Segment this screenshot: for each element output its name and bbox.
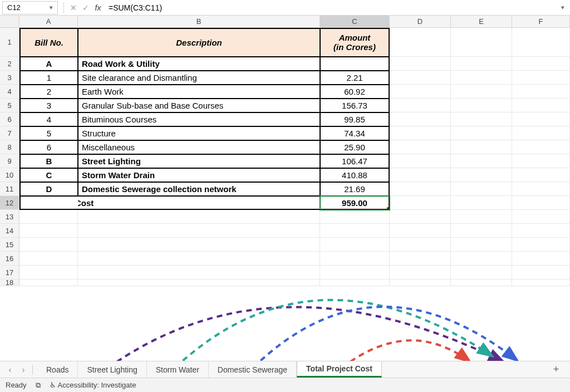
cell[interactable] (390, 280, 451, 286)
cell[interactable] (451, 85, 512, 99)
cell[interactable] (512, 252, 570, 266)
cell[interactable] (390, 266, 451, 280)
cell[interactable]: C (19, 168, 78, 182)
cell[interactable]: 25.90 (320, 140, 390, 154)
cell[interactable] (451, 280, 512, 286)
cell[interactable] (78, 224, 320, 238)
cell[interactable]: 2 (19, 85, 78, 99)
tab-prev-icon[interactable]: ‹ (4, 364, 16, 375)
cell[interactable] (512, 126, 570, 140)
cell[interactable] (320, 57, 390, 71)
cell[interactable]: D (19, 182, 78, 196)
cell[interactable]: 156.73 (320, 99, 390, 112)
formula-input[interactable] (104, 1, 556, 14)
cell[interactable] (512, 224, 570, 238)
row-header[interactable]: 1 (0, 28, 19, 57)
row-header[interactable]: 14 (0, 224, 19, 238)
row-header[interactable]: 7 (0, 126, 19, 140)
cell[interactable]: A (19, 57, 78, 71)
cell[interactable] (320, 238, 390, 252)
cell[interactable] (320, 252, 390, 266)
cell[interactable] (512, 168, 570, 182)
row-header[interactable]: 15 (0, 238, 19, 252)
cell[interactable] (320, 280, 390, 286)
cell[interactable] (19, 224, 78, 238)
row-header[interactable]: 11 (0, 182, 19, 196)
cell[interactable] (320, 210, 390, 224)
cell[interactable]: 5 (19, 126, 78, 140)
cell[interactable]: Street Lighting (78, 154, 320, 168)
cell[interactable]: 6 (19, 140, 78, 154)
expand-formula-icon[interactable]: ▾ (556, 4, 570, 11)
cell[interactable] (451, 210, 512, 224)
cell[interactable] (451, 112, 512, 126)
cell[interactable] (19, 210, 78, 224)
cancel-icon[interactable]: ✕ (67, 2, 80, 14)
cell[interactable] (451, 140, 512, 154)
cell[interactable] (390, 154, 451, 168)
cell[interactable] (19, 252, 78, 266)
row-header[interactable]: 18 (0, 280, 19, 286)
col-header-E[interactable]: E (451, 16, 512, 27)
chevron-down-icon[interactable]: ▾ (50, 4, 53, 11)
cell[interactable]: Domestic Sewerage collection network (78, 182, 320, 196)
cell[interactable] (451, 99, 512, 112)
cell[interactable] (451, 224, 512, 238)
cell[interactable] (19, 280, 78, 286)
cell[interactable] (512, 99, 570, 112)
row-header[interactable]: 13 (0, 210, 19, 224)
cell[interactable] (390, 85, 451, 99)
cell[interactable] (390, 126, 451, 140)
cell[interactable] (390, 140, 451, 154)
cell[interactable] (512, 28, 570, 57)
cell[interactable] (320, 266, 390, 280)
cell[interactable] (451, 126, 512, 140)
cell[interactable] (390, 99, 451, 112)
row-header[interactable]: 6 (0, 112, 19, 126)
cell[interactable] (451, 196, 512, 210)
cell[interactable]: 3 (19, 99, 78, 112)
cell[interactable] (451, 28, 512, 57)
row-header[interactable]: 4 (0, 85, 19, 99)
cell[interactable] (390, 112, 451, 126)
row-header[interactable]: 5 (0, 99, 19, 112)
cell[interactable] (390, 238, 451, 252)
cell[interactable] (390, 57, 451, 71)
row-header[interactable]: 8 (0, 140, 19, 154)
row-header[interactable]: 3 (0, 71, 19, 85)
col-header-C[interactable]: C (320, 16, 390, 27)
cell[interactable] (390, 182, 451, 196)
cell[interactable] (451, 252, 512, 266)
select-all-corner[interactable] (0, 16, 19, 27)
cell[interactable] (451, 238, 512, 252)
cell[interactable]: Miscellaneous (78, 140, 320, 154)
cell[interactable] (78, 238, 320, 252)
cell[interactable] (512, 112, 570, 126)
cell[interactable]: 2.21 (320, 71, 390, 85)
row-header[interactable]: 9 (0, 154, 19, 168)
tab-next-icon[interactable]: › (18, 364, 29, 375)
cell[interactable] (512, 280, 570, 286)
cell[interactable] (512, 140, 570, 154)
cell[interactable]: 74.34 (320, 126, 390, 140)
cell[interactable] (512, 266, 570, 280)
cell[interactable] (451, 154, 512, 168)
cell[interactable]: Site clearance and Dismantling (78, 71, 320, 85)
cell[interactable]: 60.92 (320, 85, 390, 99)
cell[interactable] (19, 266, 78, 280)
cell[interactable] (512, 238, 570, 252)
cell[interactable]: Granular Sub-base and Base Courses (78, 99, 320, 112)
cell[interactable]: Storm Water Drain (78, 168, 320, 182)
cell[interactable] (451, 182, 512, 196)
sheet-tab[interactable]: Total Project Cost (297, 361, 382, 378)
cell[interactable] (390, 28, 451, 57)
cell[interactable]: 410.88 (320, 168, 390, 182)
cell[interactable] (390, 224, 451, 238)
col-header-A[interactable]: A (19, 16, 78, 27)
cell-C1[interactable]: Amount (in Crores) (320, 28, 390, 57)
cell[interactable] (512, 85, 570, 99)
cell[interactable]: Structure (78, 126, 320, 140)
row-header[interactable]: 16 (0, 252, 19, 266)
cell[interactable]: Bituminous Courses (78, 112, 320, 126)
row-header[interactable]: 2 (0, 57, 19, 71)
